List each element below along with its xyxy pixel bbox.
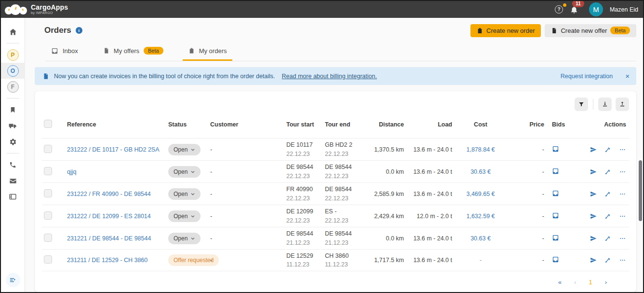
table-row[interactable]: 231222 / DE 10117 - GB HD2 2SA Open - DE… <box>42 138 629 160</box>
bids-button[interactable] <box>552 190 559 197</box>
table-row[interactable]: 231222 / FR 40990 - DE 98544 Open - FR 4… <box>42 182 629 205</box>
create-new-order-button[interactable]: Create new order <box>470 24 541 37</box>
more-actions-button[interactable] <box>619 257 626 264</box>
tour-start-date: 22.12.23 <box>286 150 321 158</box>
row-checkbox[interactable] <box>44 211 52 220</box>
more-actions-button[interactable] <box>619 168 626 175</box>
status-pill[interactable]: Open <box>168 188 201 200</box>
bids-button[interactable] <box>552 212 559 219</box>
bids-button[interactable] <box>552 234 559 241</box>
sidebar-item-media[interactable] <box>1 189 25 205</box>
select-all-checkbox[interactable] <box>44 120 52 128</box>
column-header-customer[interactable]: Customer <box>208 121 284 128</box>
share-route-button[interactable] <box>604 235 611 242</box>
column-header-tour-end[interactable]: Tour end <box>323 121 369 128</box>
status-pill[interactable]: Open <box>168 233 201 244</box>
bids-button[interactable] <box>552 256 559 263</box>
bids-button[interactable] <box>552 145 559 153</box>
bids-button[interactable] <box>552 167 559 175</box>
row-checkbox[interactable] <box>44 167 52 175</box>
column-header-distance[interactable]: Distance <box>369 121 406 128</box>
user-name[interactable]: Mazen Eid <box>610 6 638 13</box>
info-icon[interactable]: i <box>76 27 82 34</box>
order-reference-link[interactable]: 231222 / DE 12099 - ES 28014 <box>67 213 151 220</box>
row-checkbox[interactable] <box>44 255 52 264</box>
cost-link[interactable]: 30.63 € <box>470 235 491 242</box>
cost-link[interactable]: 30.63 € <box>470 168 491 175</box>
sidebar-item-fleet[interactable]: F <box>1 79 25 95</box>
sidebar-item-bookmarks[interactable] <box>1 102 25 118</box>
table-row[interactable]: 231221 / DE 98544 - DE 98544 Open - DE 9… <box>42 227 629 249</box>
upload-button[interactable] <box>616 98 629 111</box>
order-reference-link[interactable]: qjjq <box>67 168 76 175</box>
sidebar-item-orders[interactable]: O <box>1 63 25 79</box>
sidebar-item-planning[interactable]: P <box>1 47 25 63</box>
share-route-button[interactable] <box>604 257 611 264</box>
row-checkbox[interactable] <box>44 145 52 153</box>
column-header-actions[interactable]: Actions <box>572 121 629 128</box>
order-reference-link[interactable]: 231222 / DE 10117 - GB HD2 2SA <box>67 146 160 153</box>
sidebar-collapse-button[interactable] <box>6 273 20 287</box>
more-actions-button[interactable] <box>619 235 626 242</box>
avatar[interactable]: M <box>589 2 603 16</box>
table-row[interactable]: 231222 / DE 12099 - ES 28014 Open - DE 1… <box>42 205 629 227</box>
row-checkbox[interactable] <box>44 189 52 197</box>
column-header-tour-start[interactable]: Tour start <box>284 121 323 128</box>
app-logo[interactable]: CargoApps by IMPARGO <box>5 2 68 17</box>
share-route-button[interactable] <box>604 191 611 197</box>
more-actions-button[interactable] <box>619 146 626 153</box>
sidebar-item-phone[interactable] <box>1 157 25 173</box>
cost-link[interactable]: 3,469.65 € <box>466 191 495 197</box>
orders-letter-icon: O <box>7 65 19 77</box>
more-actions-button[interactable] <box>619 213 626 220</box>
filter-button[interactable] <box>575 98 588 111</box>
table-row[interactable]: 231211 / DE 12529 - CH 3860 Offer reques… <box>42 249 629 271</box>
pagination-next-button[interactable]: › <box>605 279 607 286</box>
status-pill[interactable]: Open <box>168 166 201 178</box>
tab-my-offers[interactable]: My offers Beta <box>97 44 169 61</box>
table-row[interactable]: qjjq Open - DE 98544 22.12.23 DE 98544 2… <box>42 160 629 182</box>
row-checkbox[interactable] <box>44 234 52 242</box>
status-pill[interactable]: Open <box>168 210 201 222</box>
cost-link[interactable]: 1,878.84 € <box>466 146 495 153</box>
column-header-status[interactable]: Status <box>166 121 208 128</box>
send-button[interactable] <box>590 146 597 153</box>
tab-my-orders[interactable]: My orders <box>183 44 233 61</box>
sidebar-item-mail[interactable] <box>1 173 25 189</box>
pagination-prev-button[interactable]: ‹ <box>574 279 576 286</box>
share-route-button[interactable] <box>604 146 611 153</box>
send-button[interactable] <box>590 235 597 242</box>
send-button[interactable] <box>590 213 597 220</box>
pagination-first-button[interactable]: « <box>558 279 562 286</box>
column-header-reference[interactable]: Reference <box>65 121 166 128</box>
column-header-bids[interactable]: Bids <box>548 121 572 128</box>
order-reference-link[interactable]: 231222 / FR 40990 - DE 98544 <box>67 191 151 197</box>
order-reference-link[interactable]: 231221 / DE 98544 - DE 98544 <box>67 235 151 242</box>
vertical-scrollbar-thumb[interactable] <box>639 160 642 221</box>
request-integration-link[interactable]: Request integration <box>561 73 613 80</box>
column-header-load[interactable]: Load <box>406 121 454 128</box>
share-route-button[interactable] <box>604 213 611 220</box>
send-button[interactable] <box>590 191 597 197</box>
help-button[interactable]: ? <box>555 5 563 14</box>
notifications-button[interactable]: 11 <box>570 5 578 14</box>
download-button[interactable] <box>598 98 612 111</box>
sidebar-item-home[interactable] <box>1 24 25 40</box>
status-pill[interactable]: Open <box>168 144 201 155</box>
cost-link[interactable]: 1,632.59 € <box>466 213 495 220</box>
share-route-button[interactable] <box>604 168 611 175</box>
banner-read-more-link[interactable]: Read more about billing integration. <box>282 73 377 80</box>
column-header-price[interactable]: Price <box>507 121 548 128</box>
create-new-offer-button[interactable]: Create new offer Beta <box>545 24 636 37</box>
column-header-cost[interactable]: Cost <box>454 121 507 128</box>
sidebar-item-vehicles[interactable] <box>1 118 25 134</box>
close-icon[interactable]: × <box>625 72 630 80</box>
pagination-current-page[interactable]: 1 <box>589 279 592 286</box>
sidebar-item-settings[interactable] <box>1 134 25 150</box>
send-button[interactable] <box>590 257 597 264</box>
more-actions-button[interactable] <box>619 191 626 197</box>
send-button[interactable] <box>590 168 597 175</box>
order-reference-link[interactable]: 231211 / DE 12529 - CH 3860 <box>67 257 148 264</box>
tab-inbox[interactable]: Inbox <box>45 44 84 61</box>
cost-link[interactable]: - <box>480 257 482 264</box>
